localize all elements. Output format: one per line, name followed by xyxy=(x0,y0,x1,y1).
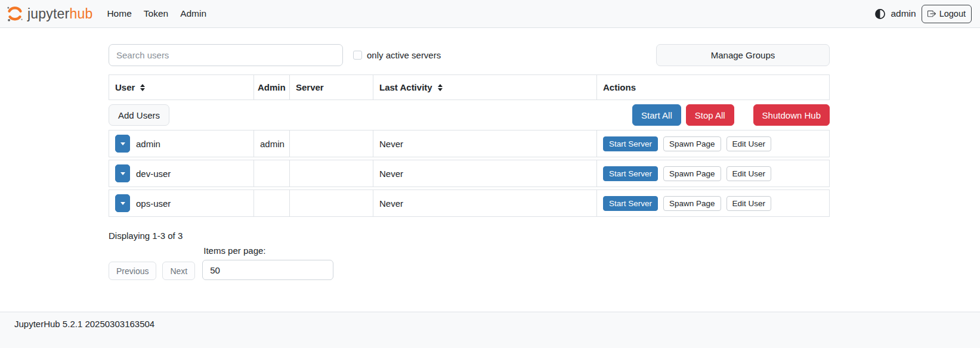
caret-down-icon xyxy=(120,172,125,175)
last-activity-text: Never xyxy=(379,139,403,149)
navbar: jupyterhub Home Token Admin admin Logout xyxy=(0,0,980,28)
cell-user: ops-user xyxy=(109,190,254,216)
column-label-last-activity: Last Activity xyxy=(379,82,432,92)
jupyter-logo-icon xyxy=(5,4,25,24)
current-username: admin xyxy=(891,8,916,19)
items-per-page-input[interactable] xyxy=(202,260,333,280)
logout-label: Logout xyxy=(939,9,966,18)
column-label-user: User xyxy=(115,82,135,92)
caret-down-icon xyxy=(120,202,125,205)
column-header-server: Server xyxy=(290,75,373,100)
cell-actions: Start Server Spawn Page Edit User xyxy=(597,130,829,157)
sort-icon-last-activity[interactable] xyxy=(438,84,443,91)
nav-link-admin[interactable]: Admin xyxy=(179,6,208,21)
caret-down-icon xyxy=(120,142,125,145)
edit-user-button[interactable]: Edit User xyxy=(727,136,772,151)
only-active-checkbox[interactable] xyxy=(353,51,362,60)
edit-user-button[interactable]: Edit User xyxy=(727,166,772,181)
cell-last-activity: Never xyxy=(373,130,597,157)
bulk-actions-row: Add Users Start All Stop All Shutdown Hu… xyxy=(109,100,830,130)
table-row-dev-user: dev-user Never Start Server Spawn Page E… xyxy=(109,160,830,187)
admin-flag-text: admin xyxy=(260,139,285,149)
pagination-summary: Displaying 1-3 of 3 xyxy=(109,231,830,241)
column-label-server: Server xyxy=(296,82,324,92)
column-header-user[interactable]: User xyxy=(109,75,254,100)
previous-page-button[interactable]: Previous xyxy=(109,262,156,280)
nav-link-home[interactable]: Home xyxy=(106,6,132,21)
next-page-button[interactable]: Next xyxy=(162,262,195,280)
bulk-actions-right: Start All Stop All Shutdown Hub xyxy=(632,104,830,126)
column-header-admin: Admin xyxy=(254,75,290,100)
navbar-right: admin Logout xyxy=(875,5,972,23)
spawn-page-button[interactable]: Spawn Page xyxy=(663,196,721,211)
stop-all-button[interactable]: Stop All xyxy=(686,104,734,126)
spawn-page-button[interactable]: Spawn Page xyxy=(663,166,721,181)
row-actions: Start Server Spawn Page Edit User xyxy=(603,136,771,151)
expand-row-button[interactable] xyxy=(115,135,130,153)
cell-admin xyxy=(254,160,290,187)
cell-last-activity: Never xyxy=(373,160,597,187)
search-input[interactable] xyxy=(109,44,343,66)
items-per-page-label: Items per page: xyxy=(202,246,333,256)
start-all-button[interactable]: Start All xyxy=(632,104,681,126)
brand-title: jupyterhub xyxy=(27,6,92,22)
start-server-button[interactable]: Start Server xyxy=(603,196,658,211)
toolbar: only active servers Manage Groups xyxy=(109,44,830,66)
username-text: dev-user xyxy=(136,169,171,179)
edit-user-button[interactable]: Edit User xyxy=(727,196,772,211)
column-label-actions: Actions xyxy=(603,82,636,92)
user-table-header: User Admin Server Last Activity Actions xyxy=(109,74,830,100)
cell-admin xyxy=(254,190,290,216)
sort-icon-user[interactable] xyxy=(140,84,145,91)
last-activity-text: Never xyxy=(379,198,403,209)
username-text: admin xyxy=(136,139,160,149)
only-active-label[interactable]: only active servers xyxy=(367,50,441,60)
expand-row-button[interactable] xyxy=(115,164,130,182)
only-active-filter: only active servers xyxy=(353,50,441,60)
table-row-ops-user: ops-user Never Start Server Spawn Page E… xyxy=(109,189,830,217)
cell-server xyxy=(290,130,373,157)
column-header-actions: Actions xyxy=(597,75,829,100)
shutdown-hub-button[interactable]: Shutdown Hub xyxy=(753,104,830,126)
add-users-button[interactable]: Add Users xyxy=(109,104,169,126)
nav-link-token[interactable]: Token xyxy=(143,6,169,21)
column-header-last-activity[interactable]: Last Activity xyxy=(373,75,597,100)
username-text: ops-user xyxy=(136,198,171,209)
cell-server xyxy=(290,190,373,216)
logout-arrow-icon xyxy=(928,10,936,18)
cell-admin: admin xyxy=(254,130,290,157)
spawn-page-button[interactable]: Spawn Page xyxy=(663,136,721,151)
admin-panel: only active servers Manage Groups User A… xyxy=(109,44,830,280)
cell-last-activity: Never xyxy=(373,190,597,216)
cell-user: dev-user xyxy=(109,160,254,187)
start-server-button[interactable]: Start Server xyxy=(603,166,658,181)
column-label-admin: Admin xyxy=(258,82,286,92)
row-actions: Start Server Spawn Page Edit User xyxy=(603,166,771,181)
cell-server xyxy=(290,160,373,187)
cell-actions: Start Server Spawn Page Edit User xyxy=(597,160,829,187)
jupyterhub-brand[interactable]: jupyterhub xyxy=(5,4,92,24)
table-row-admin: admin admin Never Start Server Spawn Pag… xyxy=(109,130,830,157)
start-server-button[interactable]: Start Server xyxy=(603,136,658,151)
last-activity-text: Never xyxy=(379,169,403,179)
pagination: Displaying 1-3 of 3 Previous Next Items … xyxy=(109,231,830,280)
manage-groups-button[interactable]: Manage Groups xyxy=(656,44,830,66)
expand-row-button[interactable] xyxy=(115,194,130,212)
nav-links: Home Token Admin xyxy=(106,6,208,21)
row-actions: Start Server Spawn Page Edit User xyxy=(603,196,771,211)
theme-toggle-icon[interactable] xyxy=(875,9,885,19)
items-per-page: Items per page: xyxy=(202,246,333,280)
cell-user: admin xyxy=(109,130,254,157)
logout-button[interactable]: Logout xyxy=(922,5,972,23)
footer: JupyterHub 5.2.1 20250303163504 xyxy=(0,312,980,348)
version-text: JupyterHub 5.2.1 20250303163504 xyxy=(14,319,154,329)
pagination-controls: Previous Next Items per page: xyxy=(109,246,830,280)
cell-actions: Start Server Spawn Page Edit User xyxy=(597,190,829,216)
